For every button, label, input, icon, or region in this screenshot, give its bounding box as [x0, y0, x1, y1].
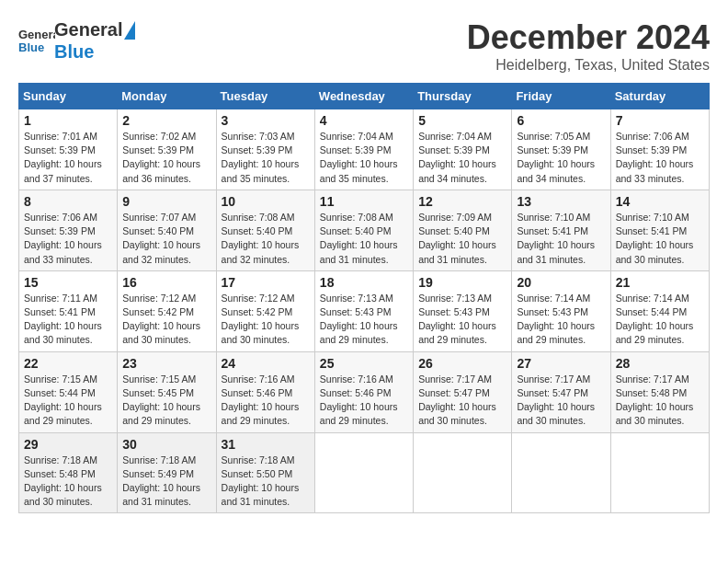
day-info: Sunrise: 7:05 AMSunset: 5:39 PMDaylight:… [517, 130, 605, 186]
day-number: 10 [222, 194, 310, 209]
weekday-header-row: SundayMondayTuesdayWednesdayThursdayFrid… [19, 84, 710, 109]
calendar-cell: 26 Sunrise: 7:17 AMSunset: 5:47 PMDaylig… [414, 351, 512, 432]
calendar: SundayMondayTuesdayWednesdayThursdayFrid… [18, 83, 710, 513]
day-info: Sunrise: 7:07 AMSunset: 5:40 PMDaylight:… [122, 211, 210, 267]
svg-text:General: General [18, 28, 55, 41]
day-info: Sunrise: 7:17 AMSunset: 5:48 PMDaylight:… [616, 373, 704, 429]
day-number: 20 [517, 275, 605, 290]
calendar-cell: 28 Sunrise: 7:17 AMSunset: 5:48 PMDaylig… [610, 351, 709, 432]
weekday-tuesday: Tuesday [216, 84, 314, 109]
day-info: Sunrise: 7:08 AMSunset: 5:40 PMDaylight:… [320, 211, 408, 267]
day-number: 1 [24, 113, 112, 128]
calendar-cell: 7 Sunrise: 7:06 AMSunset: 5:39 PMDayligh… [610, 109, 709, 190]
day-info: Sunrise: 7:14 AMSunset: 5:43 PMDaylight:… [517, 292, 605, 348]
calendar-cell: 16 Sunrise: 7:12 AMSunset: 5:42 PMDaylig… [118, 270, 216, 351]
day-number: 4 [320, 113, 408, 128]
calendar-cell: 29 Sunrise: 7:18 AMSunset: 5:48 PMDaylig… [19, 432, 118, 513]
weekday-wednesday: Wednesday [314, 84, 413, 109]
day-info: Sunrise: 7:16 AMSunset: 5:46 PMDaylight:… [320, 373, 408, 429]
calendar-cell: 31 Sunrise: 7:18 AMSunset: 5:50 PMDaylig… [216, 432, 314, 513]
day-number: 9 [122, 194, 210, 209]
day-number: 5 [418, 113, 506, 128]
day-info: Sunrise: 7:04 AMSunset: 5:39 PMDaylight:… [418, 130, 506, 186]
calendar-week-5: 29 Sunrise: 7:18 AMSunset: 5:48 PMDaylig… [19, 432, 710, 513]
day-info: Sunrise: 7:17 AMSunset: 5:47 PMDaylight:… [418, 373, 506, 429]
day-number: 7 [616, 113, 704, 128]
calendar-cell: 17 Sunrise: 7:12 AMSunset: 5:42 PMDaylig… [216, 270, 314, 351]
calendar-cell [610, 432, 709, 513]
day-info: Sunrise: 7:18 AMSunset: 5:49 PMDaylight:… [122, 454, 210, 510]
calendar-body: 1 Sunrise: 7:01 AMSunset: 5:39 PMDayligh… [19, 109, 710, 513]
day-number: 28 [616, 356, 704, 371]
day-info: Sunrise: 7:13 AMSunset: 5:43 PMDaylight:… [320, 292, 408, 348]
day-info: Sunrise: 7:09 AMSunset: 5:40 PMDaylight:… [418, 211, 506, 267]
calendar-cell: 4 Sunrise: 7:04 AMSunset: 5:39 PMDayligh… [314, 109, 413, 190]
day-number: 22 [24, 356, 112, 371]
day-number: 29 [24, 437, 112, 452]
day-number: 19 [418, 275, 506, 290]
weekday-saturday: Saturday [610, 84, 709, 109]
day-info: Sunrise: 7:15 AMSunset: 5:44 PMDaylight:… [24, 373, 112, 429]
day-number: 16 [122, 275, 210, 290]
day-number: 26 [418, 356, 506, 371]
calendar-cell: 2 Sunrise: 7:02 AMSunset: 5:39 PMDayligh… [118, 109, 216, 190]
weekday-sunday: Sunday [19, 84, 118, 109]
day-info: Sunrise: 7:06 AMSunset: 5:39 PMDaylight:… [24, 211, 112, 267]
day-info: Sunrise: 7:15 AMSunset: 5:45 PMDaylight:… [122, 373, 210, 429]
logo-blue: Blue [54, 41, 94, 62]
calendar-cell: 8 Sunrise: 7:06 AMSunset: 5:39 PMDayligh… [19, 190, 118, 270]
day-info: Sunrise: 7:18 AMSunset: 5:50 PMDaylight:… [222, 454, 310, 510]
day-info: Sunrise: 7:11 AMSunset: 5:41 PMDaylight:… [24, 292, 112, 348]
day-info: Sunrise: 7:04 AMSunset: 5:39 PMDaylight:… [320, 130, 408, 186]
calendar-cell: 22 Sunrise: 7:15 AMSunset: 5:44 PMDaylig… [19, 351, 118, 432]
logo: General Blue General Blue [18, 18, 135, 63]
day-info: Sunrise: 7:03 AMSunset: 5:39 PMDaylight:… [222, 130, 310, 186]
calendar-cell: 6 Sunrise: 7:05 AMSunset: 5:39 PMDayligh… [512, 109, 610, 190]
weekday-friday: Friday [512, 84, 610, 109]
day-info: Sunrise: 7:18 AMSunset: 5:48 PMDaylight:… [24, 454, 112, 510]
day-number: 24 [222, 356, 310, 371]
calendar-cell: 12 Sunrise: 7:09 AMSunset: 5:40 PMDaylig… [414, 190, 512, 270]
main-title: December 2024 [467, 18, 710, 57]
calendar-cell: 1 Sunrise: 7:01 AMSunset: 5:39 PMDayligh… [19, 109, 118, 190]
day-number: 31 [222, 437, 310, 452]
day-info: Sunrise: 7:17 AMSunset: 5:47 PMDaylight:… [517, 373, 605, 429]
calendar-cell: 20 Sunrise: 7:14 AMSunset: 5:43 PMDaylig… [512, 270, 610, 351]
day-info: Sunrise: 7:08 AMSunset: 5:40 PMDaylight:… [222, 211, 310, 267]
header: General Blue General Blue December 2024 … [18, 18, 710, 74]
day-number: 11 [320, 194, 408, 209]
day-number: 17 [222, 275, 310, 290]
title-section: December 2024 Heidelberg, Texas, United … [467, 18, 710, 74]
calendar-week-2: 8 Sunrise: 7:06 AMSunset: 5:39 PMDayligh… [19, 190, 710, 270]
day-info: Sunrise: 7:02 AMSunset: 5:39 PMDaylight:… [122, 130, 210, 186]
day-number: 13 [517, 194, 605, 209]
day-number: 21 [616, 275, 704, 290]
day-info: Sunrise: 7:12 AMSunset: 5:42 PMDaylight:… [122, 292, 210, 348]
calendar-cell: 15 Sunrise: 7:11 AMSunset: 5:41 PMDaylig… [19, 270, 118, 351]
day-info: Sunrise: 7:12 AMSunset: 5:42 PMDaylight:… [222, 292, 310, 348]
calendar-week-4: 22 Sunrise: 7:15 AMSunset: 5:44 PMDaylig… [19, 351, 710, 432]
logo-icon: General Blue [18, 20, 55, 57]
calendar-cell [314, 432, 413, 513]
day-number: 30 [122, 437, 210, 452]
day-number: 18 [320, 275, 408, 290]
calendar-cell: 19 Sunrise: 7:13 AMSunset: 5:43 PMDaylig… [414, 270, 512, 351]
calendar-cell [414, 432, 512, 513]
day-number: 2 [122, 113, 210, 128]
day-info: Sunrise: 7:16 AMSunset: 5:46 PMDaylight:… [222, 373, 310, 429]
calendar-cell [512, 432, 610, 513]
calendar-cell: 21 Sunrise: 7:14 AMSunset: 5:44 PMDaylig… [610, 270, 709, 351]
day-info: Sunrise: 7:14 AMSunset: 5:44 PMDaylight:… [616, 292, 704, 348]
day-number: 14 [616, 194, 704, 209]
calendar-cell: 30 Sunrise: 7:18 AMSunset: 5:49 PMDaylig… [118, 432, 216, 513]
weekday-monday: Monday [118, 84, 216, 109]
day-info: Sunrise: 7:10 AMSunset: 5:41 PMDaylight:… [616, 211, 704, 267]
calendar-cell: 11 Sunrise: 7:08 AMSunset: 5:40 PMDaylig… [314, 190, 413, 270]
logo-general: General [54, 18, 122, 40]
calendar-cell: 25 Sunrise: 7:16 AMSunset: 5:46 PMDaylig… [314, 351, 413, 432]
day-number: 6 [517, 113, 605, 128]
calendar-cell: 10 Sunrise: 7:08 AMSunset: 5:40 PMDaylig… [216, 190, 314, 270]
calendar-cell: 9 Sunrise: 7:07 AMSunset: 5:40 PMDayligh… [118, 190, 216, 270]
day-info: Sunrise: 7:01 AMSunset: 5:39 PMDaylight:… [24, 130, 112, 186]
calendar-cell: 27 Sunrise: 7:17 AMSunset: 5:47 PMDaylig… [512, 351, 610, 432]
